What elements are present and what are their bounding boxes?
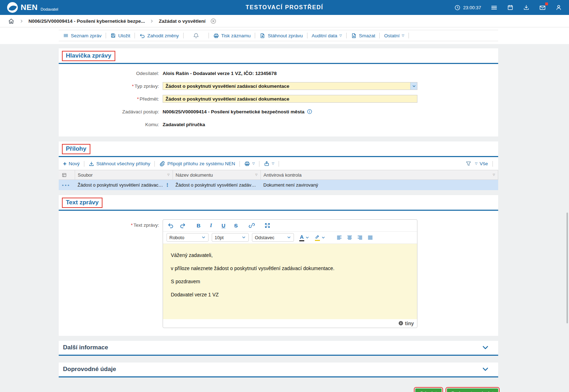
header-actions: 23:00:37 [454, 4, 562, 11]
filter-all-button[interactable]: ▽ Vše [475, 161, 488, 166]
align-right-icon[interactable] [357, 235, 363, 241]
send-button[interactable]: Odeslat [415, 388, 442, 392]
row-menu-icon[interactable]: ∘∘∘ [62, 183, 70, 187]
fullscreen-icon[interactable] [264, 222, 271, 229]
save-button[interactable]: Uložit [110, 33, 130, 38]
download-icon[interactable] [523, 4, 530, 11]
text-color-swatch [299, 240, 304, 241]
discard-changes-button[interactable]: Zahodit změny [139, 33, 179, 39]
section-head: Hlavička zprávy [59, 48, 498, 64]
separator [106, 33, 106, 38]
font-size-select[interactable]: 10pt [212, 233, 249, 242]
align-justify-icon[interactable] [367, 235, 373, 241]
section-accompanying-data[interactable]: Doprovodné údaje [59, 363, 498, 377]
export-attachments-button[interactable]: ▽ [264, 161, 274, 167]
breadcrumb-procedure[interactable]: N006/25/V00009414 - Posílení kybernetick… [28, 18, 145, 24]
page-scrollbar[interactable] [567, 213, 568, 323]
undo-icon[interactable] [167, 222, 174, 229]
home-icon[interactable] [8, 18, 15, 25]
dropdown-triangle-icon: ▽ [339, 34, 342, 37]
text-color-button[interactable]: A [299, 234, 309, 241]
redo-icon[interactable] [179, 222, 186, 229]
attachments-filter-group: ▽ Vše [465, 161, 494, 167]
form-row-message-type: *Typ zprávy: Žádost o poskytnutí vysvětl… [59, 80, 498, 92]
section-more-info[interactable]: Další informace [59, 341, 498, 356]
paragraph-style-value: Odstavec [255, 235, 274, 240]
download-message-button[interactable]: Stáhnout zprávu [259, 33, 302, 39]
menu-icon[interactable] [491, 4, 497, 11]
nen-logo[interactable]: NEN Dodavatel [7, 2, 58, 13]
column-header-antivirus[interactable]: Antivirová kontrola▽ [260, 170, 498, 180]
print-record-button[interactable]: Tisk záznamu [213, 33, 251, 39]
row-handle-icon[interactable]: ⋮ [165, 182, 170, 188]
editor-line: S pozdravem [171, 279, 409, 284]
underline-button[interactable]: U [220, 222, 227, 229]
message-text-panel: Text zprávy *Text zprávy: B I U S Roboto [59, 195, 498, 336]
user-icon[interactable] [555, 4, 562, 11]
paperclip-icon [159, 161, 165, 167]
action-buttons-row: Odeslat Podepsat a odeslat [59, 384, 498, 392]
section-title-message-text: Text zprávy [62, 198, 102, 208]
toolbar-band: Seznam zpráv Uložit Zahodit změny Tisk z… [0, 27, 569, 44]
message-type-select[interactable]: Žádost o poskytnutí vysvětlení zadávací … [163, 82, 417, 90]
highlight-color-button[interactable] [315, 234, 325, 241]
attach-from-nen-button[interactable]: Připojit přílohu ze systému NEN [159, 161, 235, 167]
strikethrough-button[interactable]: S [232, 222, 239, 229]
filter-all-label: Vše [480, 161, 488, 166]
discard-changes-label: Zahodit změny [147, 33, 179, 38]
subject-input[interactable] [163, 95, 417, 103]
separator [209, 33, 209, 38]
audit-data-button[interactable]: Auditní data ▽ [312, 33, 342, 38]
print-attachments-button[interactable]: ▽ [244, 161, 255, 167]
nen-logo-icon [7, 2, 18, 13]
sign-and-send-button[interactable]: Podepsat a odeslat [447, 388, 498, 392]
close-tab-icon[interactable] [210, 18, 216, 24]
separator [135, 33, 135, 38]
clock-icon [454, 5, 460, 11]
session-time: 23:00:37 [463, 5, 481, 10]
other-actions-label: Ostatní [384, 33, 400, 38]
filter-triangle-icon[interactable]: ▽ [255, 173, 257, 176]
paragraph-style-select[interactable]: Odstavec [252, 233, 294, 242]
logo-subtitle: Dodavatel [41, 7, 58, 11]
procedure-value-group: N006/25/V00009414 - Posílení kybernetick… [163, 109, 312, 114]
align-left-icon[interactable] [336, 235, 342, 241]
new-attachment-button[interactable]: + Nový [63, 161, 80, 167]
notification-bell-icon[interactable] [193, 32, 199, 39]
calendar-icon[interactable] [507, 4, 513, 11]
link-icon[interactable] [248, 222, 255, 229]
editor-footer: tiny [163, 319, 417, 328]
table-row[interactable]: ∘∘∘ Žádost o poskytnutí vysvětlení zadáv… [59, 180, 498, 190]
recipient-value: Zadavatel příručka [163, 122, 205, 127]
message-text-label: *Text zprávy: [59, 219, 163, 228]
message-text-editor-content[interactable]: Vážený zadavateli, v příloze naleznete ž… [163, 244, 417, 319]
info-icon[interactable] [307, 109, 312, 114]
filter-triangle-icon[interactable]: ▽ [493, 173, 495, 176]
delete-button[interactable]: Smazat [351, 33, 375, 39]
separator [379, 33, 380, 38]
download-all-attachments-button[interactable]: Stáhnout všechny přílohy [89, 161, 151, 167]
row-settings-header[interactable] [59, 170, 75, 180]
select-dropdown-button[interactable] [410, 82, 417, 90]
italic-button[interactable]: I [207, 222, 215, 229]
printer-icon [244, 161, 250, 167]
top-header-bar: NEN Dodavatel TESTOVACÍ PROSTŘEDÍ 23:00:… [0, 0, 569, 15]
dropdown-triangle-icon: ▽ [475, 162, 478, 165]
column-header-document-name[interactable]: Název dokumentu▽ [173, 170, 260, 180]
message-type-label: *Typ zprávy: [59, 84, 163, 89]
filter-triangle-icon[interactable]: ▽ [167, 173, 169, 176]
messages-icon[interactable] [539, 4, 546, 11]
filter-funnel-icon[interactable] [465, 161, 471, 167]
chevron-down-icon [305, 236, 309, 240]
column-header-file[interactable]: Soubor▽ [75, 170, 173, 180]
message-list-button[interactable]: Seznam zpráv [63, 33, 101, 38]
procedure-value: N006/25/V00009414 - Posílení kybernetick… [163, 109, 304, 114]
chevron-down-icon[interactable] [482, 366, 489, 373]
chevron-down-icon[interactable] [482, 344, 489, 351]
subject-label: *Předmět: [59, 96, 163, 102]
font-family-select[interactable]: Roboto [167, 233, 209, 242]
section-title-accompanying-data: Doprovodné údaje [63, 366, 116, 373]
align-center-icon[interactable] [347, 235, 353, 241]
other-actions-button[interactable]: Ostatní ▽ [384, 33, 404, 38]
bold-button[interactable]: B [195, 222, 202, 229]
